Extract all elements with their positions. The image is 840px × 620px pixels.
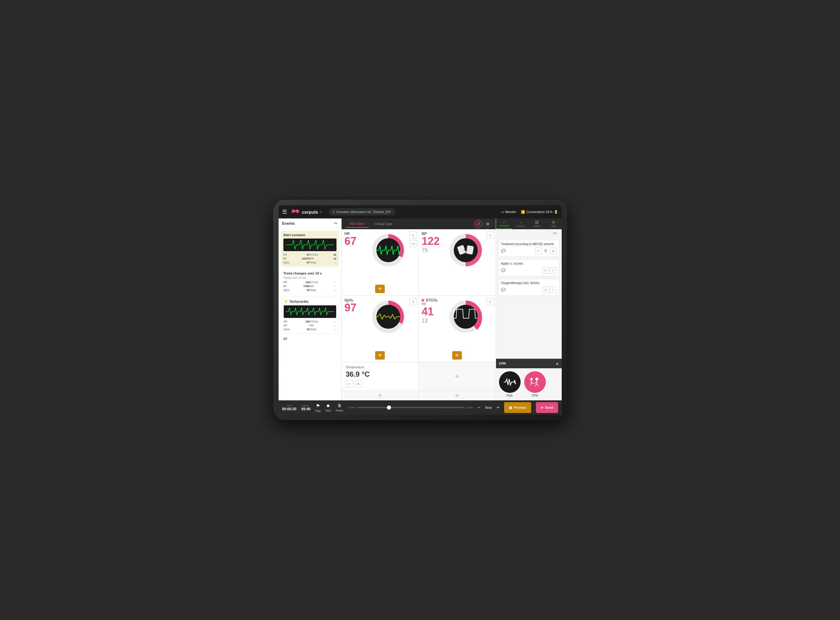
refresh-btn[interactable]: ↺ — [474, 220, 483, 228]
counter-plus-1[interactable]: + — [550, 248, 556, 254]
cpr-action-btn[interactable]: CPR — [524, 371, 546, 397]
time-label: Time — [287, 404, 292, 407]
counter-1: − 0 + — [535, 248, 556, 254]
spo2-cell: SpO₂ 97 — [342, 296, 419, 362]
tab-vital-signs[interactable]: Vital Signs — [345, 220, 369, 228]
accept-btn-3[interactable]: ✓ — [550, 286, 556, 293]
etco2-cell-icons: ⤡ — [487, 298, 494, 305]
right-panel-header: ✏ — [496, 229, 562, 237]
expand-icon-etco2[interactable]: ⤡ — [487, 298, 494, 305]
hr-cell-icons: ⤡ ~₁₂ — [409, 232, 416, 247]
bp-cell-icons: ⤡ — [487, 232, 494, 239]
ecg-mini-2 — [284, 305, 336, 318]
checklist-item-3-controls: 💬 ✕ ✓ — [501, 286, 556, 293]
flag-btn[interactable]: ⚑ Flag — [315, 403, 321, 412]
send-btn[interactable]: ➤ Send — [536, 402, 558, 413]
etco2-donut — [448, 299, 484, 335]
accept-btn-2[interactable]: ✓ — [550, 267, 556, 274]
scenario-text: Scenario information for "Default_EN" — [336, 210, 391, 214]
pause-label: Pause — [336, 409, 343, 412]
cpr-buttons: PEA — [496, 368, 562, 400]
timeline-thumb[interactable] — [387, 405, 391, 409]
tachy-title: Tachycardia — [290, 299, 308, 303]
filter-btn[interactable]: ⚙ — [484, 220, 492, 228]
expand-icon-hr[interactable]: ⤡ — [409, 232, 416, 239]
tab-sounds[interactable]: ♪ Sounds — [512, 218, 529, 229]
pea-btn[interactable]: PEA — [499, 371, 520, 397]
trend-subtitle: Trends over 10 sec — [284, 276, 336, 279]
eye-btn-spo2[interactable]: 👁 — [375, 351, 385, 360]
alarm-value: 09:40 — [302, 407, 311, 411]
eye-btn-etco2[interactable]: 👁 — [452, 351, 462, 360]
temp-controls: − + — [346, 380, 415, 387]
reject-btn-2[interactable]: ✕ — [542, 267, 549, 274]
pause-btn[interactable]: ⏸ Pause — [336, 403, 343, 412]
etco2-label: ETCO₂ — [426, 298, 437, 302]
monitor-btn[interactable]: ▭ Monitor — [501, 210, 516, 214]
hr-donut — [370, 232, 406, 268]
temp-label: Temperature — [346, 365, 415, 369]
app-header: ☰ corpuls ® ℹ Scenario information for "… — [279, 205, 562, 218]
right-tabs: ✓ Checklist ♪ Sounds 🖼 Media ➕ Labs — [496, 218, 562, 229]
temp-plus-btn[interactable]: + — [355, 380, 362, 387]
checklist-item-2-controls: 💬 ✕ ✓ — [501, 267, 556, 274]
plus-cell-3[interactable]: + — [419, 391, 496, 400]
etco2-dot — [422, 299, 424, 301]
tab-checklist[interactable]: ✓ Checklist — [496, 218, 513, 229]
expand-icon-spo2[interactable]: ⤡ — [409, 298, 416, 305]
cpr-section: CPR ∧ — [496, 359, 562, 368]
center-panel: Vital Signs Critical Care ↺ ⚙ HR 6 — [342, 218, 496, 400]
pea-label: PEA — [507, 394, 513, 397]
connections-btn[interactable]: 📶 Connections 51% 🔋 — [521, 210, 558, 214]
timeline-section: 0 min 2 min — [348, 406, 473, 409]
trend-vitals: HR 119 ETCO₂ → BP 73/48 RR — [284, 280, 336, 292]
timeline-end-label: 2 min — [466, 406, 473, 409]
eye-btn-hr[interactable]: 👁 — [375, 285, 385, 293]
cpr-action-label: CPR — [532, 394, 538, 397]
tachycardia-card: ⚡ Tachycardia HR 150 E — [281, 296, 339, 334]
spo2-donut-svg — [370, 299, 406, 335]
temp-minus-btn[interactable]: − — [346, 380, 353, 387]
chat-icon-2[interactable]: 💬 — [501, 268, 506, 272]
flag-icon: ⚑ — [316, 403, 320, 409]
plus-cell-1[interactable]: + — [419, 362, 496, 390]
timeline-track[interactable] — [357, 407, 464, 408]
pause-icon: ⏸ — [337, 403, 342, 408]
pea-icon — [504, 378, 516, 387]
preview-btn[interactable]: ▣ Preview — [504, 402, 531, 413]
preview-icon: ▣ — [509, 406, 512, 409]
plus-cell-2[interactable]: + — [342, 391, 419, 400]
preview-label: Preview — [514, 406, 526, 409]
chat-icon-1[interactable]: 💬 — [501, 249, 506, 253]
item-3-action-btns: ✕ ✓ — [542, 286, 556, 293]
stop-icon: ■ — [327, 403, 330, 408]
logo: corpuls ® — [291, 208, 323, 215]
svg-line-18 — [531, 383, 534, 384]
chat-icon-3[interactable]: 💬 — [501, 288, 506, 292]
tab-labs[interactable]: ➕ Labs — [545, 218, 562, 229]
media-icon: 🖼 — [535, 220, 538, 224]
ecg-chart-2 — [284, 305, 336, 318]
svg-line-19 — [530, 383, 531, 385]
expand-icon-bp[interactable]: ⤡ — [487, 232, 494, 239]
counter-value-1: 0 — [543, 249, 548, 253]
counter-minus-1[interactable]: − — [535, 248, 541, 254]
tab-media[interactable]: 🖼 Media — [529, 218, 545, 229]
stop-btn[interactable]: ■ Stop — [326, 403, 331, 412]
send-label: Send — [545, 406, 553, 409]
ecg-chart-1 — [284, 239, 336, 251]
right-edit-btn[interactable]: ✏ — [553, 230, 557, 236]
cpr-collapse-btn[interactable]: ∧ — [556, 361, 559, 366]
reject-btn-3[interactable]: ✕ — [542, 286, 549, 293]
tab-critical-care[interactable]: Critical Care — [370, 220, 397, 227]
wave-icon-hr[interactable]: ~₁₂ — [409, 240, 416, 247]
start-scenario-vitals: HR 67 ETCO₂ 41 BP 122/79 RR — [284, 253, 336, 264]
svg-line-14 — [535, 384, 537, 386]
trend-title: Trend changes over 10 s — [284, 271, 336, 275]
menu-icon[interactable]: ☰ — [282, 209, 287, 215]
checklist-items: Treatment according to ABCDE scheme 💬 − … — [496, 237, 562, 359]
timeline-plus-btn[interactable]: + — [497, 405, 499, 410]
timeline-minus-btn[interactable]: − — [477, 405, 480, 410]
edit-icon[interactable]: ✏ — [334, 221, 338, 226]
bp-donut-svg — [448, 232, 484, 268]
